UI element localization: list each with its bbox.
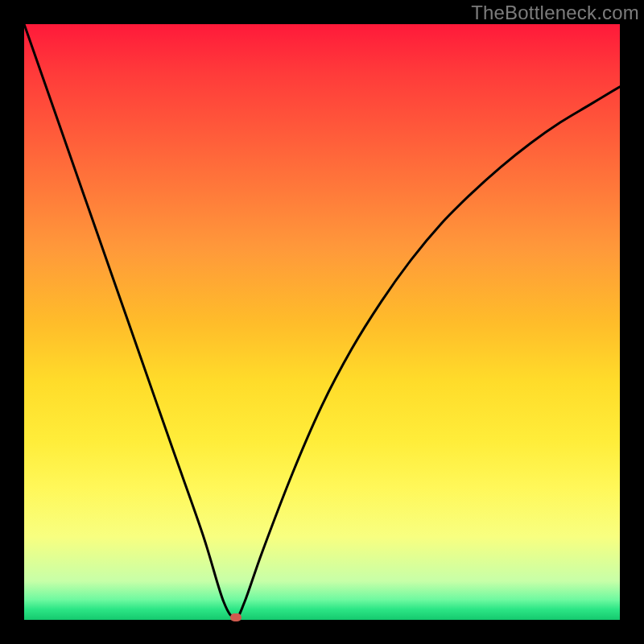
watermark-text: TheBottleneck.com (471, 2, 639, 24)
chart-container: TheBottleneck.com (0, 0, 644, 644)
plot-gradient-background (24, 24, 620, 620)
